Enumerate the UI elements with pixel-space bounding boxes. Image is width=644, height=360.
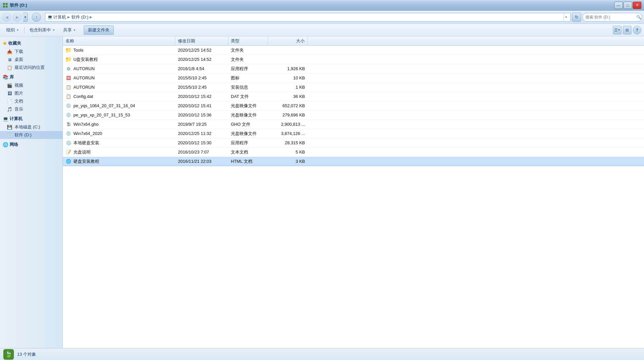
network-icon: 🌐 (3, 142, 8, 147)
minimize-button[interactable]: — (614, 2, 623, 9)
table-row[interactable]: 🖼 AUTORUN 2015/5/10 2:45 图标 10 KB (63, 73, 644, 83)
file-list: 📁 Tools 2020/12/25 14:52 文件夹 📁 U盘安装教程 20… (63, 46, 644, 166)
sidebar-documents-label: 文档 (15, 98, 23, 104)
table-row[interactable]: 📁 U盘安装教程 2020/12/25 14:52 文件夹 (63, 55, 644, 64)
col-header-size[interactable]: 大小 (268, 36, 308, 45)
file-name-cell: 🗜 Win7x64.gho (63, 120, 175, 129)
toolbar-right: ☰ ▼ ⊞ ? (613, 26, 641, 34)
svg-rect-2 (3, 6, 5, 8)
table-row[interactable]: 📋 AUTORUN 2015/5/10 2:45 安装信息 1 KB (63, 83, 644, 92)
view-list-icon: ☰ (614, 28, 618, 32)
file-icon: 📝 (65, 149, 71, 155)
file-name-cell: 📋 AUTORUN (63, 83, 175, 92)
file-date-cell: 2020/10/12 15:41 (175, 101, 228, 110)
sidebar-music-label: 音乐 (15, 106, 23, 112)
file-size-cell: 5 KB (268, 148, 308, 157)
table-row[interactable]: ⚙ AUTORUN 2016/1/8 4:54 应用程序 1,926 KB (63, 64, 644, 73)
back-button[interactable]: ◀ (2, 13, 11, 22)
sidebar-item-drive-c[interactable]: 💾 本地磁盘 (C:) (0, 123, 63, 131)
forward-button[interactable]: ▶ (13, 13, 22, 22)
col-header-date[interactable]: 修改日期 (175, 36, 228, 45)
sidebar-item-pictures[interactable]: 🖼 图片 (0, 89, 63, 97)
file-name: 本地硬盘安装 (73, 140, 99, 146)
path-drive: 软件 (D:) (71, 14, 88, 20)
window-icon (3, 3, 8, 8)
file-type-cell: 应用程序 (228, 138, 268, 147)
file-name: Tools (73, 48, 83, 53)
libraries-folder-icon: 📚 (3, 74, 8, 80)
file-date-cell: 2020/12/25 14:52 (175, 46, 228, 55)
table-row[interactable]: 📝 光盘说明 2016/10/23 7:07 文本文档 5 KB (63, 148, 644, 157)
maximize-button[interactable]: □ (623, 2, 632, 9)
table-row[interactable]: 💿 pe_yqs_1064_20_07_31_16_04 2020/10/12 … (63, 101, 644, 111)
file-icon: 📋 (65, 94, 71, 100)
organize-arrow-icon: ▼ (16, 28, 19, 32)
share-button[interactable]: 共享 ▼ (60, 25, 80, 35)
sidebar-item-video[interactable]: 🎬 视频 (0, 81, 63, 89)
organize-button[interactable]: 组织 ▼ (3, 25, 23, 35)
nav-dropdown-button[interactable]: ▼ (23, 13, 28, 22)
toolbar: 组织 ▼ 包含到库中 ▼ 共享 ▼ 新建文件夹 ☰ ▼ ⊞ ? (0, 24, 644, 36)
status-app-icon: 🍃 (3, 349, 14, 360)
file-area: 名称 修改日期 类型 大小 📁 Tools 2020/12/25 14:52 文… (63, 36, 644, 348)
file-size-cell: 652,072 KB (268, 101, 308, 110)
file-name: AUTORUN (73, 66, 95, 71)
col-header-type[interactable]: 类型 (228, 36, 268, 45)
refresh-button[interactable]: ↻ (572, 13, 581, 22)
sidebar-drive-c-label: 本地磁盘 (C:) (15, 124, 40, 130)
file-date-cell: 2015/5/10 2:45 (175, 83, 228, 92)
sidebar-item-download[interactable]: 📥 下载 (0, 48, 63, 56)
libraries-header[interactable]: 📚 库 (0, 73, 63, 81)
col-header-name[interactable]: 名称 (63, 36, 175, 45)
file-name-cell: 📋 Config.dat (63, 92, 175, 101)
network-section: 🌐 网络 (0, 140, 63, 149)
file-size-cell: 36 KB (268, 92, 308, 101)
sidebar-item-documents[interactable]: 📄 文档 (0, 97, 63, 105)
search-input[interactable] (585, 15, 635, 20)
table-row[interactable]: 🌐 硬盘安装教程 2016/11/21 22:03 HTML 文档 3 KB (63, 157, 644, 166)
file-date-cell: 2016/10/23 7:07 (175, 148, 228, 157)
view-mode-button[interactable]: ⊞ (623, 26, 631, 34)
view-dropdown-button[interactable]: ☰ ▼ (613, 26, 622, 34)
computer-header[interactable]: 💻 计算机 (0, 114, 63, 123)
file-icon: 💿 (65, 131, 71, 137)
file-name: U盘安装教程 (73, 57, 98, 63)
share-arrow-icon: ▼ (73, 28, 76, 32)
sidebar-item-desktop[interactable]: 🖥 桌面 (0, 56, 63, 64)
file-icon: 📁 (65, 47, 71, 53)
path-dropdown-end[interactable]: ▼ (564, 13, 568, 22)
libraries-label: 库 (10, 74, 14, 80)
file-name-cell: 📁 U盘安装教程 (63, 55, 175, 64)
address-path-bar[interactable]: 💻 计算机 ▶ 软件 (D:) ▶ ▼ (45, 13, 571, 22)
network-header[interactable]: 🌐 网络 (0, 140, 63, 149)
file-type-cell: 文件夹 (228, 55, 268, 64)
sidebar-item-recent[interactable]: 📋 最近访问的位置 (0, 64, 63, 71)
title-bar: 软件 (D:) — □ ✕ (0, 0, 644, 11)
svg-rect-3 (6, 6, 8, 8)
table-row[interactable]: 📁 Tools 2020/12/25 14:52 文件夹 (63, 46, 644, 55)
favorites-star-icon: ★ (3, 41, 7, 46)
table-row[interactable]: 📋 Config.dat 2020/10/12 15:42 DAT 文件 36 … (63, 92, 644, 101)
file-name-cell: ⚙ AUTORUN (63, 64, 175, 73)
close-button[interactable]: ✕ (633, 2, 641, 9)
svg-rect-1 (6, 3, 8, 5)
up-button[interactable]: ↑ (32, 13, 41, 22)
table-row[interactable]: 💿 本地硬盘安装 2020/10/12 15:30 应用程序 28,315 KB (63, 138, 644, 148)
sidebar-drive-d-label: 软件 (D:) (15, 132, 31, 138)
desktop-icon: 🖥 (7, 57, 13, 63)
sidebar-item-drive-d[interactable]: 💿 软件 (D:) (0, 131, 63, 139)
search-bar[interactable]: 🔍 (582, 13, 642, 22)
help-button[interactable]: ? (633, 26, 641, 34)
table-row[interactable]: 🗜 Win7x64.gho 2019/9/7 19:25 GHO 文件 2,90… (63, 120, 644, 129)
file-date-cell: 2020/10/12 15:30 (175, 138, 228, 147)
favorites-header[interactable]: ★ 收藏夹 (0, 39, 63, 48)
table-row[interactable]: 💿 Win7x64_2020 2020/12/25 11:32 光盘映像文件 3… (63, 129, 644, 138)
file-name-cell: 💿 pe_yqs_xp_20_07_31_15_53 (63, 111, 175, 119)
sidebar-item-music[interactable]: 🎵 音乐 (0, 105, 63, 113)
new-folder-button[interactable]: 新建文件夹 (84, 25, 114, 35)
file-date-cell: 2016/11/21 22:03 (175, 157, 228, 166)
file-icon: 💿 (65, 103, 71, 109)
include-button[interactable]: 包含到库中 ▼ (26, 25, 59, 35)
table-row[interactable]: 💿 pe_yqs_xp_20_07_31_15_53 2020/10/12 15… (63, 111, 644, 120)
documents-icon: 📄 (7, 98, 13, 104)
